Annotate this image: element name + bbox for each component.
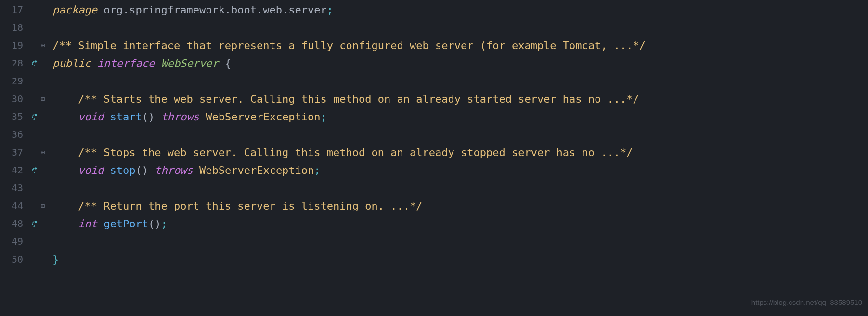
semicolon: ; (161, 215, 167, 233)
open-brace: { (225, 54, 231, 72)
code-line[interactable]: package org.springframework.boot.web.ser… (46, 1, 868, 19)
parentheses: () (142, 108, 155, 126)
code-area[interactable]: package org.springframework.boot.web.ser… (46, 0, 868, 316)
javadoc-comment: /** Starts the web server. Calling this … (78, 90, 639, 108)
code-line[interactable] (46, 19, 868, 37)
fold-expand-icon[interactable]: ⊞ (39, 144, 46, 161)
watermark-text: https://blog.csdn.net/qq_33589510 (751, 293, 862, 311)
keyword-throws: throws (161, 108, 199, 126)
parentheses: () (148, 215, 161, 233)
line-number: 28 (0, 54, 23, 72)
parentheses: () (135, 161, 148, 179)
override-icon[interactable]: fx (23, 220, 46, 228)
keyword-package: package (52, 1, 97, 19)
keyword-void: void (78, 161, 104, 179)
line-number: 44 (0, 197, 23, 215)
svg-text:x: x (33, 64, 36, 67)
line-number: 37 (0, 144, 23, 161)
code-line[interactable]: public interface WebServer { (46, 54, 868, 72)
line-number: 36 (0, 126, 23, 144)
fold-expand-icon[interactable]: ⊞ (39, 90, 46, 108)
svg-text:x: x (33, 171, 36, 174)
line-number: 30 (0, 90, 23, 108)
close-brace: } (52, 250, 59, 268)
override-icon[interactable]: fx (23, 166, 46, 175)
line-number: 48 (0, 215, 23, 233)
exception-type: WebServerException (199, 161, 314, 179)
javadoc-comment: /** Stops the web server. Calling this m… (78, 144, 633, 161)
code-line[interactable]: void stop() throws WebServerException; (46, 161, 868, 179)
code-line[interactable]: void start() throws WebServerException; (46, 108, 868, 126)
line-number: 29 (0, 72, 23, 90)
line-number: 43 (0, 179, 23, 197)
override-icon[interactable]: fx (23, 59, 46, 68)
code-line[interactable]: ⊞ /** Simple interface that represents a… (46, 37, 868, 54)
fold-expand-icon[interactable]: ⊞ (39, 37, 46, 54)
code-line[interactable] (46, 126, 868, 144)
method-name: start (110, 108, 142, 126)
code-line[interactable]: ⊞ /** Stops the web server. Calling this… (46, 144, 868, 161)
svg-text:x: x (33, 117, 36, 120)
keyword-void: void (78, 108, 104, 126)
code-line[interactable]: } (46, 250, 868, 268)
override-icon[interactable]: fx (23, 113, 46, 121)
exception-type: WebServerException (206, 108, 320, 126)
code-line[interactable]: int getPort(); (46, 215, 868, 233)
svg-text:x: x (33, 224, 36, 227)
package-path: org.springframework.boot.web.server (97, 1, 327, 19)
code-line[interactable] (46, 72, 868, 90)
method-name: stop (110, 161, 135, 179)
line-number: 19 (0, 37, 23, 54)
code-line[interactable] (46, 233, 868, 250)
code-line[interactable] (46, 179, 868, 197)
gutter: 17 18 19 28fx 29 30 35fx 36 37 42fx 43 4… (0, 0, 46, 316)
line-number: 49 (0, 233, 23, 250)
type-name: WebServer (161, 54, 218, 72)
code-line[interactable]: ⊞ /** Starts the web server. Calling thi… (46, 90, 868, 108)
javadoc-comment: /** Return the port this server is liste… (78, 197, 422, 215)
keyword-throws: throws (155, 161, 193, 179)
javadoc-comment: /** Simple interface that represents a f… (52, 37, 646, 54)
code-editor: 17 18 19 28fx 29 30 35fx 36 37 42fx 43 4… (0, 0, 868, 316)
semicolon: ; (314, 161, 320, 179)
code-line[interactable]: ⊞ /** Return the port this server is lis… (46, 197, 868, 215)
keyword-int: int (78, 215, 97, 233)
line-number: 17 (0, 1, 23, 19)
keyword-public: public (52, 54, 91, 72)
line-number: 35 (0, 108, 23, 126)
line-number: 18 (0, 19, 23, 37)
line-number: 50 (0, 250, 23, 268)
method-name: getPort (104, 215, 148, 233)
semicolon: ; (327, 1, 333, 19)
semicolon: ; (321, 108, 327, 126)
fold-expand-icon[interactable]: ⊞ (39, 197, 46, 215)
line-number: 42 (0, 161, 23, 179)
keyword-interface: interface (97, 54, 155, 72)
